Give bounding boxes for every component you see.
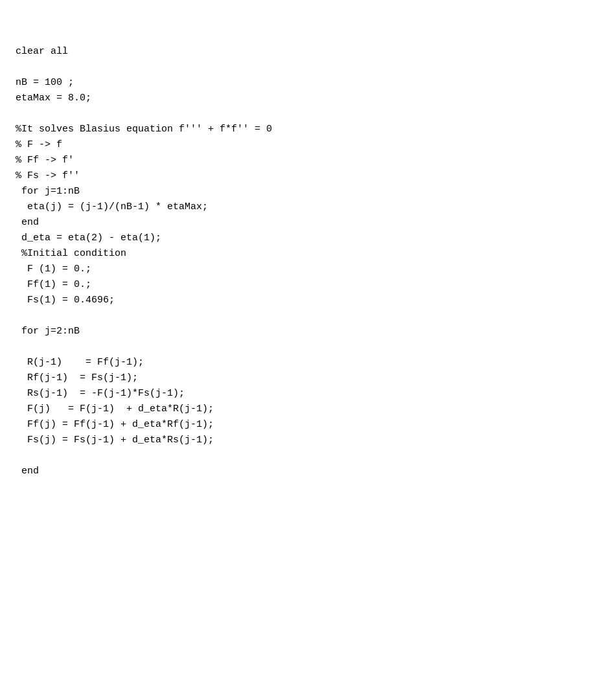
- line-5: [16, 106, 600, 122]
- line-2: [16, 60, 600, 75]
- line-1: clear all: [16, 44, 600, 60]
- line-21: R(j-1) = Ff(j-1);: [16, 355, 600, 370]
- line-9: % Fs -> f'': [16, 168, 600, 184]
- line-20: [16, 339, 600, 355]
- line-27: [16, 448, 600, 464]
- code-container: clear allnB = 100 ;etaMax = 8.0;%It solv…: [0, 0, 616, 682]
- line-28: end: [16, 464, 600, 479]
- line-25: Ff(j) = Ff(j-1) + d_eta*Rf(j-1);: [16, 417, 600, 433]
- line-4: etaMax = 8.0;: [16, 91, 600, 106]
- line-14: %Initial condition: [16, 246, 600, 262]
- code-block: clear allnB = 100 ;etaMax = 8.0;%It solv…: [16, 13, 600, 479]
- line-3: nB = 100 ;: [16, 75, 600, 91]
- line-16: Ff(1) = 0.;: [16, 277, 600, 293]
- line-12: end: [16, 215, 600, 231]
- line-26: Fs(j) = Fs(j-1) + d_eta*Rs(j-1);: [16, 433, 600, 448]
- line-19: for j=2:nB: [16, 324, 600, 339]
- line-22: Rf(j-1) = Fs(j-1);: [16, 370, 600, 386]
- line-17: Fs(1) = 0.4696;: [16, 293, 600, 308]
- line-8: % Ff -> f': [16, 153, 600, 168]
- line-18: [16, 308, 600, 324]
- line-23: Rs(j-1) = -F(j-1)*Fs(j-1);: [16, 386, 600, 402]
- line-13: d_eta = eta(2) - eta(1);: [16, 231, 600, 246]
- line-11: eta(j) = (j-1)/(nB-1) * etaMax;: [16, 199, 600, 215]
- line-7: % F -> f: [16, 137, 600, 153]
- line-24: F(j) = F(j-1) + d_eta*R(j-1);: [16, 402, 600, 417]
- line-10: for j=1:nB: [16, 184, 600, 199]
- line-6: %It solves Blasius equation f''' + f*f''…: [16, 122, 600, 137]
- line-15: F (1) = 0.;: [16, 262, 600, 277]
